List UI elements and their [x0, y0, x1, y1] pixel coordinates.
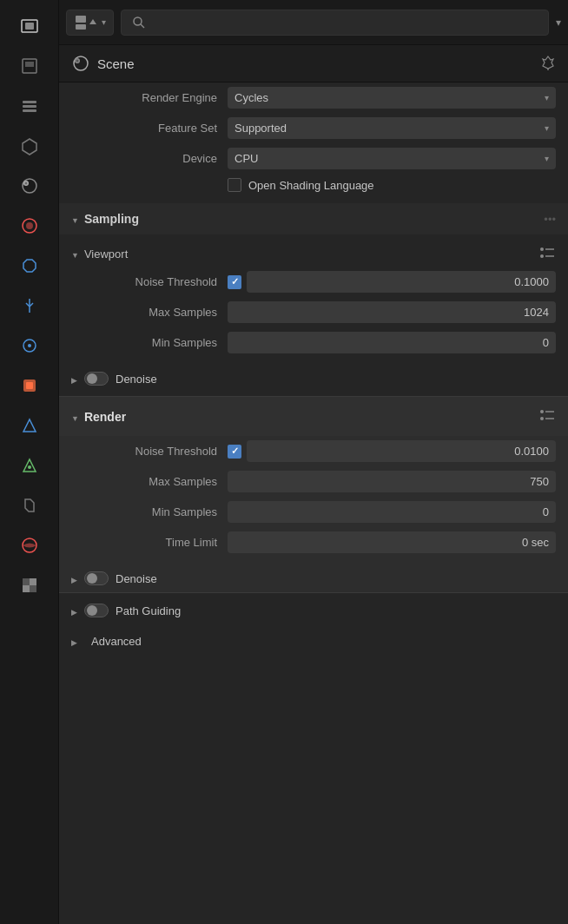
feature-set-label: Feature Set: [71, 122, 228, 135]
world-icon[interactable]: [10, 167, 49, 205]
output-icon[interactable]: [10, 47, 49, 85]
render-list-icon[interactable]: [538, 407, 556, 426]
render-noise-threshold-input[interactable]: 0.0100: [247, 440, 556, 462]
viewport-list-icon[interactable]: [538, 245, 556, 263]
viewport-noise-threshold-input[interactable]: 0.1000: [247, 271, 556, 293]
render-denoise-chevron[interactable]: [71, 572, 77, 585]
svg-rect-27: [76, 24, 86, 30]
panel-title: Scene: [71, 54, 135, 73]
render-min-samples-row: Min Samples 0: [71, 497, 556, 527]
osl-checkbox[interactable]: [228, 178, 241, 192]
svg-rect-6: [23, 109, 36, 112]
render-denoise-knob: [87, 573, 97, 584]
main-panel: ▾ ▾ Scene Render Engine Cy: [59, 0, 568, 924]
render-min-samples-label: Min Samples: [71, 505, 228, 518]
render-denoise-label: Denoise: [116, 572, 157, 585]
svg-rect-23: [30, 578, 36, 585]
svg-rect-19: [26, 382, 33, 389]
osl-row: Open Shading Language: [71, 174, 556, 196]
viewport-title: Viewport: [71, 248, 128, 261]
scene-icon[interactable]: [10, 127, 49, 165]
viewport-noise-threshold-row: Noise Threshold 0.1000: [71, 267, 556, 297]
render-noise-threshold-checkbox[interactable]: [228, 445, 241, 459]
render-max-samples-row: Max Samples 750: [71, 466, 556, 497]
viewport-max-samples-input[interactable]: 1024: [228, 301, 556, 323]
search-bar[interactable]: [121, 10, 549, 36]
sampling-section-header[interactable]: Sampling •••: [59, 203, 568, 234]
scene-props-icon[interactable]: [10, 486, 49, 525]
svg-point-17: [28, 344, 31, 347]
content-area: Render Engine Cycles ▾ Feature Set Suppo…: [59, 82, 568, 924]
render-denoise-toggle[interactable]: [84, 571, 109, 585]
svg-point-37: [540, 254, 544, 258]
render-chevron: [71, 410, 79, 424]
render-engine-row: Render Engine Cycles ▾: [71, 82, 556, 113]
render-time-limit-input[interactable]: 0 sec: [228, 531, 556, 553]
chess-icon[interactable]: [10, 566, 49, 604]
particles-icon[interactable]: [10, 287, 49, 325]
viewport-denoise-chevron[interactable]: [71, 373, 77, 386]
topbar-arrow[interactable]: ▾: [556, 16, 561, 29]
path-guiding-toggle[interactable]: [84, 604, 109, 617]
viewport-denoise-row: Denoise: [59, 365, 568, 393]
physics-icon[interactable]: [10, 327, 49, 365]
material-icon[interactable]: [10, 207, 49, 245]
render-time-limit-row: Time Limit 0 sec: [71, 527, 556, 558]
sampling-dots[interactable]: •••: [544, 213, 556, 226]
svg-point-29: [134, 17, 142, 25]
sampling-title: Sampling: [71, 212, 139, 226]
object-constraint-icon[interactable]: [10, 366, 49, 405]
render-max-samples-input[interactable]: 750: [228, 471, 556, 492]
svg-rect-26: [76, 16, 86, 23]
feature-set-row: Feature Set Supported ▾: [71, 113, 556, 143]
viewport-denoise-toggle[interactable]: [84, 372, 109, 386]
world-props-icon[interactable]: [10, 526, 49, 564]
modifier-icon[interactable]: [10, 247, 49, 285]
view-layer-icon[interactable]: [10, 87, 49, 125]
render-engine-chevron: ▾: [545, 93, 549, 102]
viewport-min-samples-input[interactable]: 0: [228, 332, 556, 353]
path-guiding-label: Path Guiding: [116, 604, 181, 617]
viewport-noise-threshold-label: Noise Threshold: [71, 275, 228, 288]
svg-rect-24: [23, 585, 30, 592]
viewport-min-samples-label: Min Samples: [71, 336, 228, 349]
render-section-title: Render: [71, 410, 126, 424]
render-denoise-row: Denoise: [59, 564, 568, 592]
driver-icon[interactable]: [10, 446, 49, 485]
viewport-subsection-header[interactable]: Viewport: [59, 238, 568, 267]
feature-set-dropdown[interactable]: Supported ▾: [228, 117, 556, 139]
topbar-dropdown[interactable]: ▾: [66, 10, 114, 36]
svg-point-8: [23, 179, 36, 193]
viewport-noise-threshold-checkbox[interactable]: [228, 275, 241, 289]
osl-label: Open Shading Language: [248, 179, 374, 192]
render-engine-dropdown[interactable]: Cycles ▾: [228, 87, 556, 109]
path-guiding-row: Path Guiding: [59, 593, 568, 628]
object-data-icon[interactable]: [10, 406, 49, 445]
svg-rect-1: [25, 23, 34, 30]
render-engine-section: Render Engine Cycles ▾ Feature Set Suppo…: [59, 82, 568, 203]
feature-set-chevron: ▾: [545, 123, 549, 133]
viewport-max-samples-row: Max Samples 1024: [71, 297, 556, 327]
render-icon[interactable]: [10, 7, 49, 45]
svg-rect-4: [23, 101, 36, 103]
panel-title-text: Scene: [97, 56, 135, 71]
pin-icon[interactable]: [540, 55, 556, 73]
scene-panel-icon: [71, 54, 90, 73]
path-guiding-chevron[interactable]: [71, 604, 77, 617]
render-section-header[interactable]: Render: [59, 397, 568, 436]
render-min-samples-input[interactable]: 0: [228, 501, 556, 523]
device-chevron: ▾: [545, 154, 549, 163]
advanced-chevron[interactable]: [71, 635, 77, 648]
viewport-min-samples-row: Min Samples 0: [71, 327, 556, 358]
viewport-denoise-label: Denoise: [116, 373, 157, 386]
svg-point-41: [540, 417, 544, 420]
svg-rect-25: [30, 585, 36, 592]
svg-marker-7: [23, 139, 36, 155]
search-input[interactable]: [151, 16, 538, 29]
device-dropdown[interactable]: CPU ▾: [228, 148, 556, 169]
render-props: Noise Threshold 0.0100 Max Samples 750 M…: [59, 436, 568, 564]
render-noise-threshold-label: Noise Threshold: [71, 445, 228, 458]
viewport-props: Noise Threshold 0.1000 Max Samples 1024 …: [59, 267, 568, 365]
render-max-samples-label: Max Samples: [71, 475, 228, 488]
render-time-limit-label: Time Limit: [71, 536, 228, 549]
